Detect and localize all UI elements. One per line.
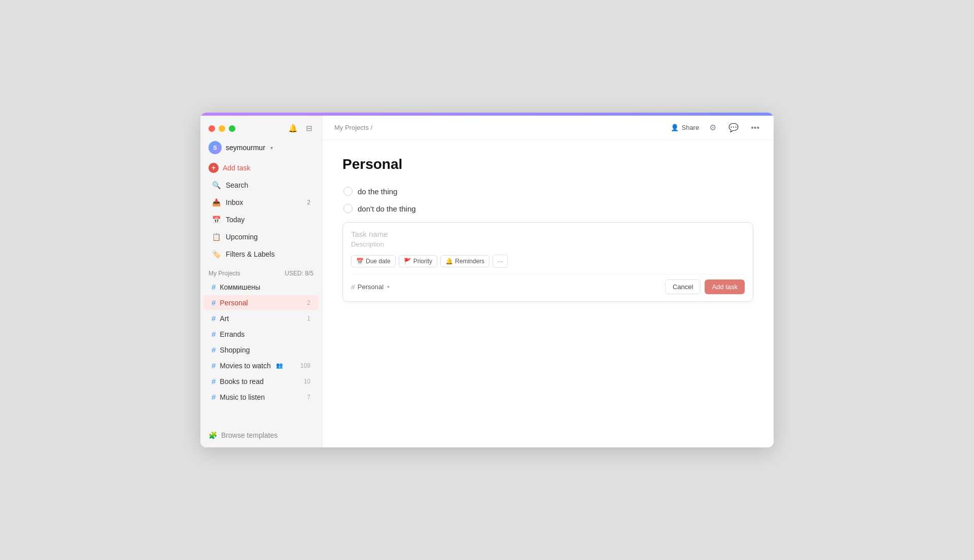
task-description-input[interactable] bbox=[351, 240, 745, 248]
browse-templates-button[interactable]: 🧩 Browse templates bbox=[200, 427, 322, 443]
add-task-plus-icon: + bbox=[208, 163, 219, 173]
task-checkbox-2[interactable] bbox=[343, 204, 353, 213]
add-task-form: 📅 Due date 🚩 Priority 🔔 Reminders · bbox=[342, 222, 753, 302]
sidebar-item-books[interactable]: # Books to read 10 bbox=[203, 374, 319, 389]
hash-icon: # bbox=[212, 283, 216, 291]
breadcrumb: My Projects / bbox=[334, 124, 372, 131]
add-task-label: Add task bbox=[223, 164, 250, 172]
bell-icon: 🔔 bbox=[445, 258, 453, 265]
traffic-light-close[interactable] bbox=[208, 125, 215, 132]
form-action-buttons: 📅 Due date 🚩 Priority 🔔 Reminders · bbox=[351, 255, 745, 268]
traffic-light-minimize[interactable] bbox=[219, 125, 225, 132]
sidebar-item-upcoming[interactable]: 📋 Upcoming bbox=[203, 229, 319, 245]
topbar-actions: 👤 Share ⚙ 💬 ••• bbox=[671, 122, 761, 133]
sidebar-item-personal[interactable]: # Personal 2 bbox=[203, 295, 319, 310]
projects-section-header: My Projects USED: 8/5 bbox=[200, 263, 322, 279]
templates-icon: 🧩 bbox=[208, 431, 217, 439]
hash-icon: # bbox=[212, 314, 216, 323]
traffic-lights bbox=[208, 125, 235, 132]
search-icon: 🔍 bbox=[212, 181, 221, 190]
reminders-label: Reminders bbox=[455, 258, 484, 265]
notification-bell-button[interactable]: 🔔 bbox=[287, 123, 299, 134]
sidebar-item-label-today: Today bbox=[226, 216, 245, 224]
music-badge: 7 bbox=[307, 394, 310, 401]
projects-used-label: USED: 8/5 bbox=[285, 270, 314, 277]
form-footer: # Personal ▾ Cancel Add task bbox=[351, 274, 745, 294]
sidebar-item-movies[interactable]: # Movies to watch 👥 109 bbox=[203, 358, 319, 373]
sidebar-item-search[interactable]: 🔍 Search bbox=[203, 177, 319, 193]
project-label-music: Music to listen bbox=[220, 393, 265, 401]
sidebar-item-label-inbox: Inbox bbox=[226, 198, 243, 206]
ellipsis-icon: ••• bbox=[751, 123, 759, 132]
chevron-down-icon: ▾ bbox=[270, 145, 273, 151]
filters-icon: 🏷️ bbox=[212, 250, 221, 259]
more-dots-icon: ··· bbox=[497, 257, 503, 265]
project-label-movies: Movies to watch bbox=[220, 362, 270, 370]
sidebar-item-errands[interactable]: # Errands bbox=[203, 327, 319, 341]
due-date-label: Due date bbox=[366, 258, 391, 265]
sidebar-toggle-icon: ⊟ bbox=[306, 124, 312, 133]
sidebar-top-icons: 🔔 ⊟ bbox=[287, 123, 314, 134]
hash-icon: # bbox=[212, 330, 216, 338]
comment-icon-button[interactable]: 💬 bbox=[726, 122, 741, 133]
due-date-button[interactable]: 📅 Due date bbox=[351, 255, 396, 267]
share-button[interactable]: 👤 Share bbox=[671, 124, 699, 131]
app-window: 🔔 ⊟ S seymourmur ▾ + Add task 🔍 bbox=[200, 113, 774, 447]
task-checkbox-1[interactable] bbox=[343, 187, 353, 196]
task-label-2: don't do the thing bbox=[358, 204, 416, 213]
more-icon-button[interactable]: ••• bbox=[749, 122, 761, 133]
add-task-submit-button[interactable]: Add task bbox=[705, 279, 745, 294]
project-selector-button[interactable]: # Personal ▾ bbox=[351, 283, 390, 291]
page-title: Personal bbox=[342, 156, 753, 172]
sidebar-item-filters[interactable]: 🏷️ Filters & Labels bbox=[203, 246, 319, 262]
reminders-button[interactable]: 🔔 Reminders bbox=[440, 255, 490, 267]
art-badge: 1 bbox=[307, 315, 310, 322]
projects-header-label: My Projects bbox=[208, 270, 240, 277]
sidebar-toggle-button[interactable]: ⊟ bbox=[305, 123, 314, 134]
form-footer-buttons: Cancel Add task bbox=[665, 279, 745, 294]
traffic-light-maximize[interactable] bbox=[229, 125, 235, 132]
project-label-art: Art bbox=[220, 314, 229, 323]
bell-icon: 🔔 bbox=[288, 124, 298, 133]
sidebar-item-kommunishen[interactable]: # Коммишены bbox=[203, 279, 319, 294]
sidebar-item-music[interactable]: # Music to listen 7 bbox=[203, 390, 319, 404]
sidebar: 🔔 ⊟ S seymourmur ▾ + Add task 🔍 bbox=[200, 116, 322, 447]
upcoming-icon: 📋 bbox=[212, 232, 221, 241]
add-task-button[interactable]: + Add task bbox=[200, 159, 322, 177]
share-icon: 👤 bbox=[671, 124, 679, 131]
priority-button[interactable]: 🚩 Priority bbox=[399, 255, 437, 267]
settings-icon-button[interactable]: ⚙ bbox=[707, 122, 718, 133]
project-chevron-icon: ▾ bbox=[387, 284, 390, 290]
topbar: My Projects / 👤 Share ⚙ 💬 ••• bbox=[322, 116, 774, 140]
hash-icon: # bbox=[212, 393, 216, 401]
sidebar-item-shopping[interactable]: # Shopping bbox=[203, 342, 319, 357]
user-row[interactable]: S seymourmur ▾ bbox=[200, 138, 322, 159]
project-label-personal: Personal bbox=[220, 299, 248, 307]
sidebar-item-inbox[interactable]: 📥 Inbox 2 bbox=[203, 194, 319, 211]
sliders-icon: ⚙ bbox=[709, 123, 716, 132]
task-name-input[interactable] bbox=[351, 230, 745, 238]
inbox-icon: 📥 bbox=[212, 198, 221, 207]
sidebar-item-label-search: Search bbox=[226, 181, 248, 189]
share-label: Share bbox=[681, 124, 699, 131]
hash-icon: # bbox=[351, 283, 355, 291]
people-icon: 👥 bbox=[276, 362, 283, 369]
hash-icon: # bbox=[212, 345, 216, 354]
project-label-kommunishen: Коммишены bbox=[220, 283, 260, 291]
sidebar-item-label-filters: Filters & Labels bbox=[226, 250, 274, 258]
sidebar-item-today[interactable]: 📅 Today bbox=[203, 212, 319, 228]
project-label-books: Books to read bbox=[220, 377, 263, 386]
flag-icon: 🚩 bbox=[404, 258, 411, 265]
browse-templates-label: Browse templates bbox=[221, 431, 277, 439]
task-item-2: don't do the thing bbox=[342, 200, 753, 217]
main-content: My Projects / 👤 Share ⚙ 💬 ••• bbox=[322, 116, 774, 447]
sidebar-item-art[interactable]: # Art 1 bbox=[203, 311, 319, 326]
movies-badge: 109 bbox=[300, 362, 310, 369]
avatar-initials: S bbox=[213, 145, 217, 151]
more-options-button[interactable]: ··· bbox=[493, 255, 508, 268]
cancel-button[interactable]: Cancel bbox=[665, 279, 701, 294]
project-label-errands: Errands bbox=[220, 330, 245, 338]
project-selector-label: Personal bbox=[358, 283, 384, 291]
hash-icon: # bbox=[212, 377, 216, 386]
comment-icon: 💬 bbox=[728, 123, 739, 132]
